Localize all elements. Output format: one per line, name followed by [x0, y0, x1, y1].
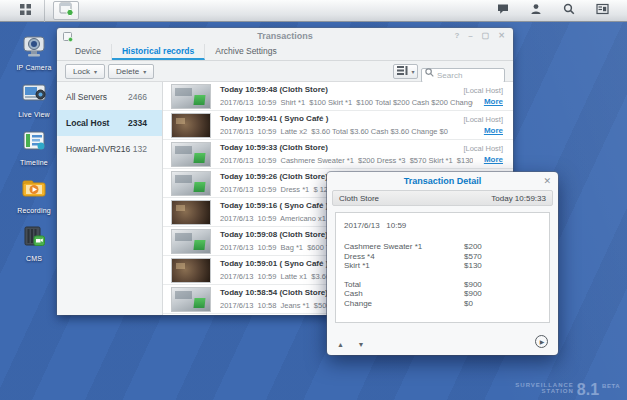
- transaction-title: Today 10:59:08 (Cloth Store): [220, 230, 328, 239]
- transaction-thumbnail: [171, 142, 211, 167]
- next-transaction-button[interactable]: ▼: [357, 341, 364, 348]
- timeline-icon: [21, 128, 47, 154]
- apps-grid-icon: [19, 3, 32, 19]
- popup-store-header: Cloth Store Today 10:59:33: [332, 190, 553, 206]
- window-controls: ? – ▢ ✕: [454, 28, 505, 44]
- transaction-detail-window: Transaction Detail ✕ Cloth Store Today 1…: [327, 172, 558, 355]
- play-icon: ▶: [540, 338, 545, 345]
- transaction-title: Today 10:58:54 (Cloth Store): [220, 288, 328, 297]
- live-view-icon: [21, 80, 47, 106]
- previous-transaction-button[interactable]: ▲: [337, 341, 344, 348]
- lock-button[interactable]: Lock ▾: [65, 64, 105, 79]
- receipt-item: Skirt *1 $130: [344, 261, 541, 271]
- desktop-icon-ip-camera[interactable]: IP Camera: [9, 33, 59, 71]
- server-count: 132: [133, 144, 147, 154]
- user-icon: [530, 3, 542, 18]
- widgets-icon: [596, 3, 609, 18]
- list-view-icon: [397, 66, 408, 77]
- tab-bar: Device Historical records Archive Settin…: [57, 44, 513, 61]
- window-title-bar[interactable]: Transactions ? – ▢ ✕: [57, 28, 513, 44]
- help-button[interactable]: ?: [454, 28, 459, 44]
- transaction-title: Today 10:59:48 (Cloth Store): [220, 85, 328, 94]
- transaction-row[interactable]: Today 10:59:48 (Cloth Store) 2017/6/13 1…: [163, 82, 513, 111]
- watermark-version: 8.1: [577, 383, 599, 396]
- server-count: 2466: [128, 92, 147, 102]
- desktop-icon-recording[interactable]: Recording: [9, 176, 59, 214]
- surveillance-station-task-button[interactable]: [53, 1, 79, 20]
- transaction-thumbnail: [171, 229, 211, 254]
- user-options-button[interactable]: [523, 2, 549, 20]
- transaction-thumbnail: [171, 113, 211, 138]
- search-icon: [563, 3, 575, 18]
- delete-button[interactable]: Delete ▾: [108, 64, 154, 79]
- server-item-local-host[interactable]: Local Host 2334: [57, 110, 162, 136]
- transaction-row[interactable]: Today 10:59:41 ( Syno Café ) 2017/6/13 1…: [163, 111, 513, 140]
- view-mode-button[interactable]: ▾: [393, 64, 418, 79]
- surveillance-station-watermark: Surveillance Station 8.1 Beta: [515, 382, 620, 396]
- server-count: 2334: [128, 118, 147, 128]
- server-item-all-servers[interactable]: All Servers 2466: [57, 84, 162, 110]
- delete-button-label: Delete: [116, 67, 139, 76]
- caret-down-icon: ▾: [412, 68, 415, 75]
- desktop-icon-cms[interactable]: CMS: [9, 224, 59, 262]
- tab-device[interactable]: Device: [65, 44, 112, 60]
- store-name: Cloth Store: [339, 194, 379, 203]
- popup-close-button[interactable]: ✕: [543, 172, 551, 190]
- widgets-button[interactable]: [589, 2, 615, 20]
- notifications-button[interactable]: [490, 2, 516, 20]
- tab-archive-settings[interactable]: Archive Settings: [205, 44, 286, 60]
- lock-button-label: Lock: [73, 67, 90, 76]
- desktop-icon-live-view[interactable]: Live View: [9, 80, 59, 118]
- search-desktop-button[interactable]: [556, 2, 582, 20]
- receipt-cash: Cash $900: [344, 289, 541, 299]
- more-link[interactable]: More: [484, 97, 503, 106]
- server-name: All Servers: [66, 92, 107, 102]
- transaction-thumbnail: [171, 287, 211, 312]
- server-name: Local Host: [66, 118, 109, 128]
- transaction-host: [Local Host]: [463, 115, 503, 124]
- transaction-thumbnail: [171, 171, 211, 196]
- minimize-button[interactable]: –: [468, 28, 472, 44]
- chat-bubble-icon: [497, 3, 509, 18]
- cms-icon: [21, 224, 47, 250]
- transaction-host: [Local Host]: [463, 86, 503, 95]
- close-button[interactable]: ✕: [498, 28, 505, 44]
- window-title: Transactions: [257, 31, 313, 41]
- desktop-icon-label: CMS: [9, 255, 59, 262]
- caret-down-icon: ▾: [143, 68, 146, 75]
- transaction-thumbnail: [171, 84, 211, 109]
- server-list: All Servers 2466 Local Host 2334 Howard-…: [57, 82, 163, 315]
- caret-down-icon: ▾: [94, 68, 97, 75]
- taskbar-divider: [44, 0, 45, 22]
- transaction-thumbnail: [171, 258, 211, 283]
- popup-title-bar[interactable]: Transaction Detail ✕: [327, 172, 558, 190]
- transaction-row[interactable]: Today 10:59:33 (Cloth Store) 2017/6/13 1…: [163, 140, 513, 169]
- more-link[interactable]: More: [484, 155, 503, 164]
- ip-camera-icon: [21, 33, 47, 59]
- receipt-item: Cashmere Sweater *1 $200: [344, 242, 541, 252]
- more-link[interactable]: More: [484, 126, 503, 135]
- desktop-icon-label: Live View: [9, 111, 59, 118]
- receipt-panel: 2017/6/13 10:59 Cashmere Sweater *1 $200…: [335, 212, 550, 323]
- maximize-button[interactable]: ▢: [482, 28, 490, 44]
- search-box: [421, 64, 505, 79]
- toolbar: Lock ▾ Delete ▾ ▾: [57, 61, 513, 82]
- watermark-beta-tag: Beta: [602, 383, 620, 396]
- transaction-title: Today 10:59:33 (Cloth Store): [220, 143, 328, 152]
- main-menu-button[interactable]: [12, 2, 38, 20]
- tab-historical-records[interactable]: Historical records: [112, 44, 205, 60]
- transaction-detail-text: 2017/6/13 10:59 Shirt *1 $100 Skirt *1 $…: [220, 98, 473, 107]
- taskbar: [0, 0, 627, 22]
- popup-title: Transaction Detail: [404, 176, 482, 186]
- server-item-howard-nvr216[interactable]: Howard-NVR216 132: [57, 136, 162, 162]
- watermark-name-line2: Station: [515, 388, 574, 394]
- transaction-title: Today 10:59:41 ( Syno Café ): [220, 114, 328, 123]
- desktop: IP Camera Live View Timeline Recording C…: [0, 0, 627, 400]
- receipt-date: 2017/6/13 10:59: [344, 221, 541, 230]
- desktop-icon-timeline[interactable]: Timeline: [9, 128, 59, 166]
- transaction-detail-text: 2017/6/13 10:59 Cashmere Sweater *1 $200…: [220, 156, 473, 165]
- play-recording-button[interactable]: ▶: [535, 335, 548, 348]
- transaction-detail-text: 2017/6/13 10:59 Latte x2 $3.60 Total $3.…: [220, 127, 473, 136]
- desktop-icon-label: IP Camera: [9, 64, 59, 71]
- transaction-thumbnail: [171, 200, 211, 225]
